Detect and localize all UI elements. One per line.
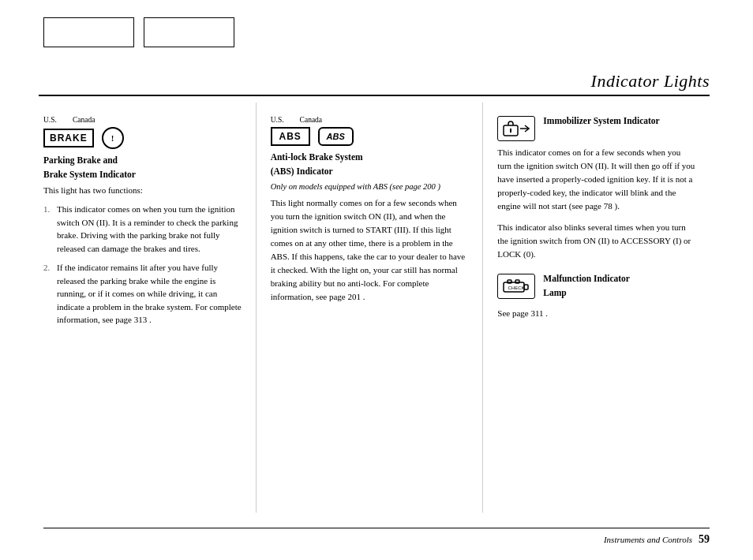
list-num-1: 1.	[43, 203, 53, 255]
immobilizer-heading: Immobilizer System Indicator	[543, 114, 695, 128]
abs-body: This light normally comes on for a few s…	[271, 196, 469, 304]
immobilizer-icon-box	[497, 116, 535, 141]
parking-brake-heading: Parking Brake and Brake System Indicator	[43, 154, 242, 181]
canada-label-2: Canada	[300, 114, 323, 125]
content-area: U.S. Canada BRAKE ! Parking Brake and Br…	[43, 103, 710, 513]
list-text-1: This indicator comes on when you turn th…	[57, 203, 242, 255]
malfunction-heading: Malfunction Indicator Lamp	[543, 272, 695, 300]
abs-canada-icon: ABS	[318, 127, 354, 146]
malfunction-text: Malfunction Indicator Lamp	[543, 272, 695, 302]
list-text-2: If the indicator remains lit after you h…	[57, 261, 242, 327]
tab-1[interactable]	[43, 17, 134, 47]
malfunction-section: CHECK Malfunction Indicator Lamp	[497, 272, 695, 302]
canada-brake-icon: !	[102, 127, 124, 149]
us-canada-wrapper-2: U.S. Canada ABS ABS	[271, 114, 354, 146]
svg-rect-4	[524, 285, 528, 289]
us-label-2: U.S.	[271, 114, 284, 125]
abs-italic-note: Only on models equipped with ABS (see pa…	[271, 181, 469, 193]
col-abs: U.S. Canada ABS ABS Anti-lock Brake Syst…	[257, 103, 484, 513]
svg-rect-1	[510, 129, 511, 133]
top-nav-tabs	[43, 17, 234, 47]
parking-brake-list: 1. This indicator comes on when you turn…	[43, 203, 242, 327]
footer-page-number: 59	[699, 533, 710, 546]
immobilizer-icon	[503, 121, 530, 136]
brake-icon: BRAKE	[43, 129, 94, 147]
footer-section-name: Instruments and Controls	[604, 535, 692, 544]
col-parking-brake: U.S. Canada BRAKE ! Parking Brake and Br…	[43, 103, 257, 513]
parking-brake-icons: U.S. Canada BRAKE !	[43, 114, 242, 149]
us-canada-labels-2: U.S. Canada	[271, 114, 354, 125]
malfunction-body: See page 311 .	[497, 307, 695, 320]
list-item-2: 2. If the indicator remains lit after yo…	[43, 261, 242, 327]
abs-icon: ABS	[271, 127, 310, 146]
malfunction-icon-box: CHECK	[497, 274, 535, 299]
svg-rect-5	[508, 280, 511, 283]
us-canada-wrapper-1: U.S. Canada BRAKE !	[43, 114, 124, 149]
page-title-area: Indicator Lights	[39, 71, 710, 96]
canada-label-1: Canada	[73, 114, 96, 125]
parking-brake-intro: This light has two functions:	[43, 184, 242, 197]
abs-icons: U.S. Canada ABS ABS	[271, 114, 469, 146]
svg-text:CHECK: CHECK	[508, 286, 525, 290]
us-label-1: U.S.	[43, 114, 57, 125]
page-title: Indicator Lights	[39, 71, 710, 91]
svg-rect-6	[515, 280, 519, 283]
title-rule	[39, 95, 710, 96]
us-canada-labels-1: U.S. Canada	[43, 114, 124, 125]
tab-2[interactable]	[144, 17, 234, 47]
immobilizer-body-2: This indicator also blinks several times…	[497, 221, 695, 261]
footer: Instruments and Controls 59	[43, 528, 710, 546]
immobilizer-body-1: This indicator comes on for a few second…	[497, 146, 695, 213]
immobilizer-section: Immobilizer System Indicator	[497, 114, 695, 141]
col-immobilizer: Immobilizer System Indicator This indica…	[483, 103, 710, 513]
immobilizer-text: Immobilizer System Indicator	[543, 114, 695, 130]
malfunction-icon: CHECK	[501, 278, 531, 295]
list-item-1: 1. This indicator comes on when you turn…	[43, 203, 242, 255]
abs-heading: Anti-lock Brake System (ABS) Indicator	[271, 151, 469, 178]
list-num-2: 2.	[43, 261, 53, 327]
